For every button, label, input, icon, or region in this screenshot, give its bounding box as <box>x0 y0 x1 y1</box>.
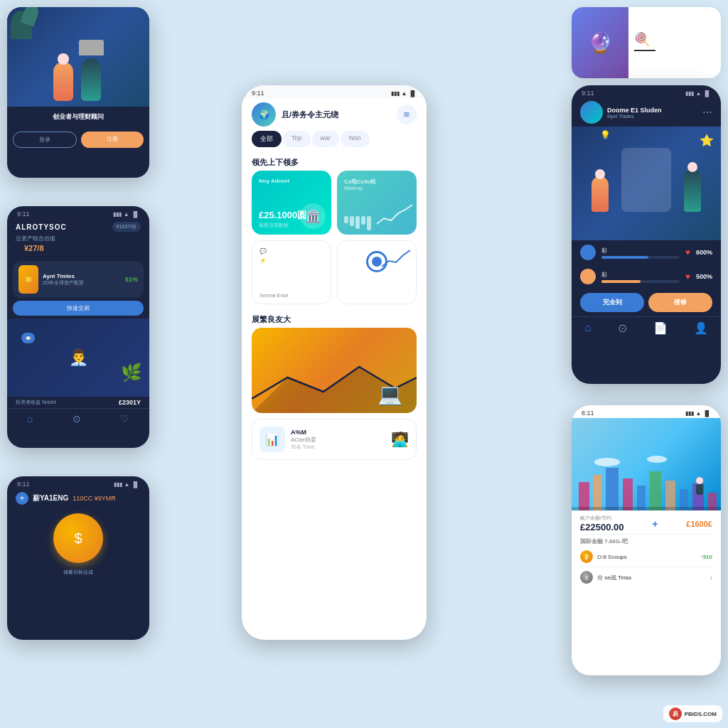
nav-chart-icon[interactable]: ⊙ <box>73 413 81 424</box>
figure-group <box>53 40 104 101</box>
center-title: 且/券务令主元绕 <box>282 109 391 120</box>
tab-all[interactable]: 全部 <box>252 131 282 147</box>
br-status-icons: ▮▮▮ ▲ ▐▌ <box>685 410 711 417</box>
asset-info: Aynt Timles 2D年全球资产配置 <box>43 273 121 287</box>
tr-nav-doc[interactable]: 📄 <box>653 321 668 335</box>
rating-name-1: 彩 <box>601 247 680 255</box>
br-coin-2: Ξ <box>580 571 593 584</box>
bl-header: + 薪YA1ENG 110CC ¥9YMR <box>7 489 149 508</box>
card-tr-image: 🔮 <box>572 7 628 78</box>
svg-rect-1 <box>579 482 589 510</box>
br-balance: £22500.00 <box>580 522 623 532</box>
svg-point-12 <box>696 477 703 484</box>
mini-chart-up <box>377 203 412 228</box>
savings-sub: 储蓄目标达成 <box>7 569 149 576</box>
ml-portfolio-label: 总资产组合估值 <box>7 233 149 244</box>
br-balance-row: 账户余额/节约 £22500.00 + £1600£ <box>572 510 721 534</box>
center-menu-btn[interactable]: ≋ <box>397 105 417 124</box>
svg-rect-13 <box>696 484 703 495</box>
rating-bar-1 <box>601 256 680 259</box>
plus-icon[interactable]: + <box>16 492 28 505</box>
tab-war[interactable]: war <box>312 131 340 147</box>
rating-avatar-1 <box>580 245 596 260</box>
phone-center: 9:11 ▮▮▮ ▲ ▐▌ 🌍 且/券务令主元绕 ≋ 全部 Top war No… <box>242 85 427 640</box>
br-coin-1: ₿ <box>580 550 593 563</box>
chat-bubble-1: 💬 <box>21 333 35 343</box>
watermark-text: PBIDS.COM <box>685 711 717 717</box>
center-tabs: 全部 Top war Non <box>242 131 427 153</box>
phone-top-left: 创业者与理财顾问 登录 注册 <box>7 7 149 178</box>
tr-name-block: Doome E1 Sluden Iliyet Trades <box>607 107 662 119</box>
rating-bar-fill-1 <box>601 256 648 259</box>
heart-icon-2: ♥ <box>685 272 690 282</box>
svg-point-14 <box>594 458 620 466</box>
tl-title: 创业者与理财顾问 <box>14 112 142 122</box>
tr-menu-icon[interactable]: ⋯ <box>702 107 712 118</box>
savings-title: 薪YA1ENG <box>33 493 68 503</box>
br-list-item-1: ₿ O:8 Scoups ↑510 <box>572 547 721 567</box>
watermark: 易 PBIDS.COM <box>663 705 722 722</box>
br-item-pct-2: ↓ <box>710 574 712 581</box>
tr-board <box>621 148 671 212</box>
br-plus-icon[interactable]: + <box>652 518 658 530</box>
tr-nav: ⌂ ⊙ 📄 👤 <box>572 316 721 339</box>
card2-label: Cs电Cclic松 <box>344 178 410 186</box>
ml-asset-card: 🪙 Aynt Timles 2D年全球资产配置 61% <box>13 261 144 298</box>
nav-home-icon[interactable]: ⌂ <box>27 413 33 424</box>
tr-nav-chart[interactable]: ⊙ <box>618 321 627 335</box>
tr-nav-home[interactable]: ⌂ <box>584 321 592 335</box>
tr-btn-1[interactable]: 完全到 <box>580 293 644 312</box>
br-hero <box>572 418 721 510</box>
br-list-item-2: Ξ 分 se战 Tirlas ↓ <box>572 567 721 587</box>
card-top-right-small: 🔮 🍭 <box>572 7 721 78</box>
card1-label: Noy Adnort <box>259 178 324 184</box>
tab-top[interactable]: Top <box>283 131 311 147</box>
ml-trade-btn[interactable]: 快速交易 <box>13 301 144 316</box>
ml-status: 9:11 ▮▮▮ ▲ ▐▌ <box>7 206 149 219</box>
tr-avatar <box>580 101 603 124</box>
center-status-icons: ▮▮▮ ▲ ▐▌ <box>391 90 417 97</box>
nav-bell-icon[interactable]: ♡ <box>120 413 129 424</box>
card-4 <box>337 240 417 304</box>
br-item-pct-1: ↑510 <box>700 554 712 560</box>
heart-icon-1: ♥ <box>685 247 690 257</box>
tl-register-btn[interactable]: 注册 <box>81 132 144 148</box>
rating-info-2: 彩 <box>601 271 680 283</box>
laptop-icon <box>79 40 104 55</box>
center-section1: 领先上下领多 <box>242 153 427 171</box>
tl-login-btn[interactable]: 登录 <box>13 132 77 148</box>
center-avatar: 🌍 <box>252 102 276 127</box>
tab-non[interactable]: Non <box>341 131 370 147</box>
tr-buttons: 完全到 楼够 <box>572 289 721 316</box>
bl-status-icons: ▮▮▮ ▲ ▐▌ <box>114 481 139 488</box>
plant-decor <box>11 11 32 39</box>
br-item-name-1: O:8 Scoups <box>597 554 696 560</box>
br-status: 6:11 ▮▮▮ ▲ ▐▌ <box>572 405 721 418</box>
bottom-card-person: 🧑‍💻 <box>391 431 409 448</box>
target-inner <box>372 257 382 267</box>
center-section2: 展繁良友大 <box>242 310 427 328</box>
br-right-val: £1600£ <box>686 520 712 528</box>
tr-header: Doome E1 Sluden Iliyet Trades ⋯ <box>572 98 721 127</box>
svg-rect-5 <box>637 486 646 510</box>
br-section-title: 国际金融 7.66G-吧 <box>572 535 721 547</box>
tr-person-2 <box>684 169 701 212</box>
phone-middle-left: 9:11 ▮▮▮ ▲ ▐▌ ALROTYSOC ¥1837/份 总资产组合估值 … <box>7 206 149 448</box>
center-illustration: 💻 <box>252 328 417 413</box>
rating-pct-1: 600% <box>696 249 712 256</box>
svg-rect-6 <box>650 471 661 510</box>
ml-app-name: ALROTYSOC <box>16 223 67 231</box>
center-bottom-card: 📊 A%M ACde协姜 30名 Trarit 🧑‍💻 <box>252 419 417 460</box>
figure-1 <box>53 62 73 101</box>
rating-bar-2 <box>601 280 680 283</box>
tr-status: 9:11 ▮▮▮ ▲ ▐▌ <box>572 85 721 98</box>
canvas: 创业者与理财顾问 登录 注册 9:11 ▮▮▮ ▲ ▐▌ ALROTYSOC ¥… <box>0 0 728 728</box>
ml-nav: ⌂ ⊙ ♡ <box>7 408 149 427</box>
svg-rect-3 <box>606 468 619 510</box>
center-status: 9:11 ▮▮▮ ▲ ▐▌ <box>242 85 427 98</box>
tr-btn-2[interactable]: 楼够 <box>648 293 712 312</box>
tl-illustration <box>7 7 149 107</box>
card-1: Noy Adnort 🏛️ £25.1000圆 最新交易数据 <box>252 171 331 235</box>
svg-rect-4 <box>623 478 633 510</box>
tr-nav-user[interactable]: 👤 <box>694 321 708 335</box>
